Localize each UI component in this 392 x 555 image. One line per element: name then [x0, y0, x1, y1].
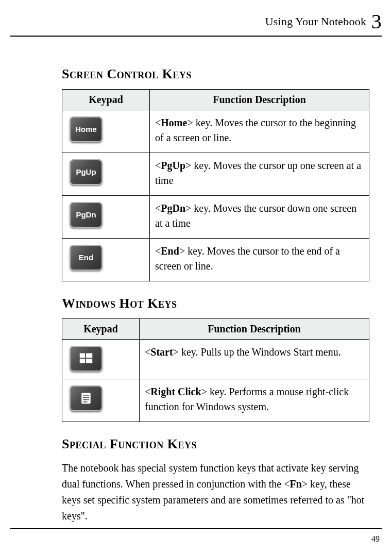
- key-name: Right Click: [150, 386, 201, 397]
- table-row: PgDn <PgDn> key. Moves the cursor down o…: [62, 196, 369, 239]
- desc-cell: <Home> key. Moves the cursor to the begi…: [150, 110, 369, 153]
- section-title-windows: Windows Hot Keys: [62, 296, 369, 311]
- end-key-icon: End: [70, 245, 103, 271]
- key-name: PgDn: [161, 203, 185, 214]
- desc-text: key. Moves the cursor up one screen at a…: [155, 160, 361, 186]
- svg-rect-6: [83, 397, 89, 398]
- keypad-cell: PgUp: [62, 153, 150, 196]
- desc-cell: <Start> key. Pulls up the Windows Start …: [140, 340, 369, 379]
- keypad-cell: End: [62, 239, 150, 281]
- desc-cell: <PgUp> key. Moves the cursor up one scre…: [150, 153, 369, 196]
- svg-rect-3: [86, 359, 92, 363]
- section-title-screen: Screen Control Keys: [62, 66, 369, 82]
- windows-logo-icon: [70, 346, 103, 372]
- keypad-cell: PgDn: [62, 196, 150, 239]
- svg-rect-2: [80, 359, 86, 363]
- svg-rect-5: [83, 395, 89, 396]
- screen-keys-table: Keypad Function Description Home <Home> …: [62, 89, 369, 281]
- table-row: PgUp <PgUp> key. Moves the cursor up one…: [62, 153, 369, 196]
- context-menu-icon: [70, 385, 103, 411]
- table-row: <Start> key. Pulls up the Windows Start …: [62, 340, 369, 379]
- desc-cell: <PgDn> key. Moves the cursor down one sc…: [150, 196, 369, 239]
- key-name: End: [161, 245, 179, 257]
- footer-rule: [10, 528, 382, 529]
- special-body: The notebook has special system function…: [62, 460, 369, 524]
- section-title-special: Special Function Keys: [62, 436, 369, 452]
- svg-rect-7: [83, 399, 89, 400]
- svg-rect-8: [83, 401, 88, 402]
- th-keypad: Keypad: [62, 319, 140, 340]
- svg-rect-0: [80, 354, 86, 358]
- keypad-cell: Home: [62, 110, 150, 153]
- desc-text: key. Moves the cursor down one screen at…: [155, 203, 356, 229]
- keypad-cell: [62, 340, 140, 379]
- table-row: <Right Click> key. Performs a mouse righ…: [62, 379, 369, 422]
- fn-key-name: Fn: [290, 478, 302, 490]
- table-row: Home <Home> key. Moves the cursor to the…: [62, 110, 369, 153]
- pgup-key-icon: PgUp: [70, 159, 103, 185]
- desc-cell: <End> key. Moves the cursor to the end o…: [150, 239, 369, 281]
- table-row: End <End> key. Moves the cursor to the e…: [62, 239, 369, 281]
- pgdn-key-icon: PgDn: [70, 202, 103, 228]
- desc-text: key. Pulls up the Windows Start menu.: [179, 346, 341, 358]
- th-function: Function Description: [140, 319, 369, 340]
- key-name: Home: [161, 117, 187, 128]
- windows-keys-table: Keypad Function Description <Start> key.…: [62, 318, 369, 422]
- content-area: Screen Control Keys Keypad Function Desc…: [10, 37, 382, 524]
- svg-rect-1: [86, 354, 92, 358]
- key-name: Start: [150, 346, 173, 358]
- page-number: 49: [371, 534, 380, 544]
- running-head-title: Using Your Notebook: [265, 15, 366, 28]
- chapter-number: 3: [371, 10, 382, 33]
- desc-text: key. Moves the cursor to the end of a sc…: [155, 245, 340, 272]
- home-key-icon: Home: [70, 116, 103, 142]
- desc-cell: <Right Click> key. Performs a mouse righ…: [140, 379, 369, 422]
- th-keypad: Keypad: [62, 90, 150, 110]
- keypad-cell: [62, 379, 140, 422]
- th-function: Function Description: [150, 90, 369, 110]
- page: Using Your Notebook 3 Screen Control Key…: [0, 0, 392, 555]
- running-head: Using Your Notebook 3: [10, 9, 382, 37]
- key-name: PgUp: [161, 160, 185, 171]
